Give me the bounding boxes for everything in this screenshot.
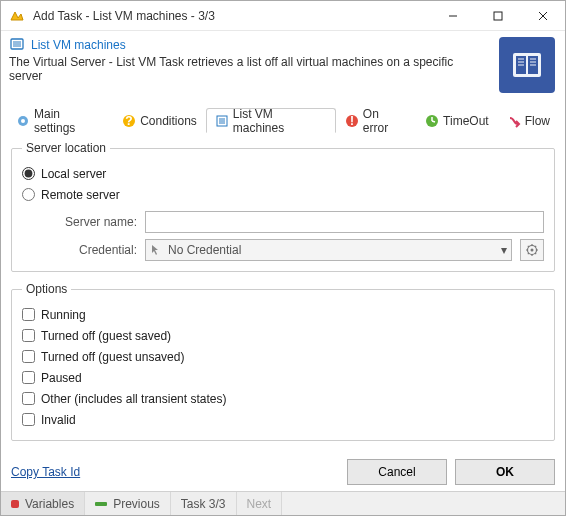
green-bar-icon	[95, 502, 107, 506]
credential-value: No Credential	[168, 243, 241, 257]
tab-label: Main settings	[34, 107, 104, 135]
app-icon	[7, 6, 27, 26]
cancel-label: Cancel	[378, 465, 415, 479]
status-variables[interactable]: Variables	[1, 492, 85, 515]
tab-label: On error	[363, 107, 407, 135]
window-title: Add Task - List VM machines - 3/3	[33, 9, 430, 23]
header-title: List VM machines	[31, 38, 126, 52]
header-icon	[9, 37, 25, 53]
svg-line-29	[432, 121, 435, 122]
header-description: The Virtual Server - List VM Task retrie…	[9, 55, 489, 83]
svg-point-31	[531, 249, 534, 252]
close-button[interactable]	[520, 1, 565, 30]
option-invalid[interactable]: Invalid	[22, 409, 544, 430]
tab-label: Conditions	[140, 114, 197, 128]
ok-button[interactable]: OK	[455, 459, 555, 485]
status-label: Variables	[25, 497, 74, 511]
clock-icon	[425, 114, 439, 128]
option-turned-off-saved[interactable]: Turned off (guest saved)	[22, 325, 544, 346]
remote-server-radio-input[interactable]	[22, 188, 35, 201]
flow-icon	[507, 114, 521, 128]
credential-settings-button[interactable]	[520, 239, 544, 261]
svg-text:!: !	[350, 114, 354, 128]
status-task: Task 3/3	[171, 492, 237, 515]
chevron-down-icon: ▾	[501, 243, 507, 257]
option-other-checkbox[interactable]	[22, 392, 35, 405]
tab-label: List VM machines	[233, 107, 327, 135]
option-paused[interactable]: Paused	[22, 367, 544, 388]
option-label: Paused	[41, 371, 82, 385]
option-paused-checkbox[interactable]	[22, 371, 35, 384]
credential-select[interactable]: No Credential ▾	[145, 239, 512, 261]
option-turned-off-saved-checkbox[interactable]	[22, 329, 35, 342]
pointer-icon	[150, 244, 162, 256]
svg-point-18	[21, 119, 25, 123]
tab-bar: Main settings ? Conditions List VM machi…	[7, 107, 559, 133]
error-icon: !	[345, 114, 359, 128]
local-server-label: Local server	[41, 167, 106, 181]
option-invalid-checkbox[interactable]	[22, 413, 35, 426]
option-label: Running	[41, 308, 86, 322]
dialog-footer: Copy Task Id Cancel OK	[1, 453, 565, 491]
option-turned-off-unsaved-checkbox[interactable]	[22, 350, 35, 363]
tab-on-error[interactable]: ! On error	[336, 108, 416, 133]
question-icon: ?	[122, 114, 136, 128]
credential-label: Credential:	[52, 243, 137, 257]
gear-icon	[16, 114, 30, 128]
status-label: Next	[247, 497, 272, 511]
red-dot-icon	[11, 500, 19, 508]
cancel-button[interactable]: Cancel	[347, 459, 447, 485]
copy-task-id-link[interactable]: Copy Task Id	[11, 465, 80, 479]
tab-conditions[interactable]: ? Conditions	[113, 108, 206, 133]
status-label: Task 3/3	[181, 497, 226, 511]
header: List VM machines The Virtual Server - Li…	[1, 31, 565, 99]
ok-label: OK	[496, 465, 514, 479]
tab-content: Server location Local server Remote serv…	[1, 133, 565, 453]
tab-main-settings[interactable]: Main settings	[7, 108, 113, 133]
svg-text:?: ?	[125, 114, 132, 128]
status-previous[interactable]: Previous	[85, 492, 171, 515]
option-label: Turned off (guest saved)	[41, 329, 171, 343]
remote-server-radio[interactable]: Remote server	[22, 184, 544, 205]
options-legend: Options	[22, 282, 71, 296]
option-running[interactable]: Running	[22, 304, 544, 325]
option-running-checkbox[interactable]	[22, 308, 35, 321]
server-name-input[interactable]	[145, 211, 544, 233]
server-location-legend: Server location	[22, 141, 110, 155]
minimize-button[interactable]	[430, 1, 475, 30]
local-server-radio[interactable]: Local server	[22, 163, 544, 184]
status-next: Next	[237, 492, 283, 515]
svg-rect-1	[494, 12, 502, 20]
server-name-label: Server name:	[52, 215, 137, 229]
option-turned-off-unsaved[interactable]: Turned off (guest unsaved)	[22, 346, 544, 367]
status-bar: Variables Previous Task 3/3 Next	[1, 491, 565, 515]
tab-label: Flow	[525, 114, 550, 128]
status-label: Previous	[113, 497, 160, 511]
server-location-group: Server location Local server Remote serv…	[11, 141, 555, 272]
options-group: Options Running Turned off (guest saved)…	[11, 282, 555, 441]
titlebar: Add Task - List VM machines - 3/3	[1, 1, 565, 31]
remote-server-label: Remote server	[41, 188, 120, 202]
tab-timeout[interactable]: TimeOut	[416, 108, 498, 133]
option-label: Turned off (guest unsaved)	[41, 350, 184, 364]
tab-flow[interactable]: Flow	[498, 108, 559, 133]
tab-list-vm-machines[interactable]: List VM machines	[206, 108, 336, 133]
option-other[interactable]: Other (includes all transient states)	[22, 388, 544, 409]
tab-label: TimeOut	[443, 114, 489, 128]
maximize-button[interactable]	[475, 1, 520, 30]
option-label: Invalid	[41, 413, 76, 427]
list-icon	[215, 114, 229, 128]
option-label: Other (includes all transient states)	[41, 392, 226, 406]
header-badge-icon	[499, 37, 555, 93]
local-server-radio-input[interactable]	[22, 167, 35, 180]
